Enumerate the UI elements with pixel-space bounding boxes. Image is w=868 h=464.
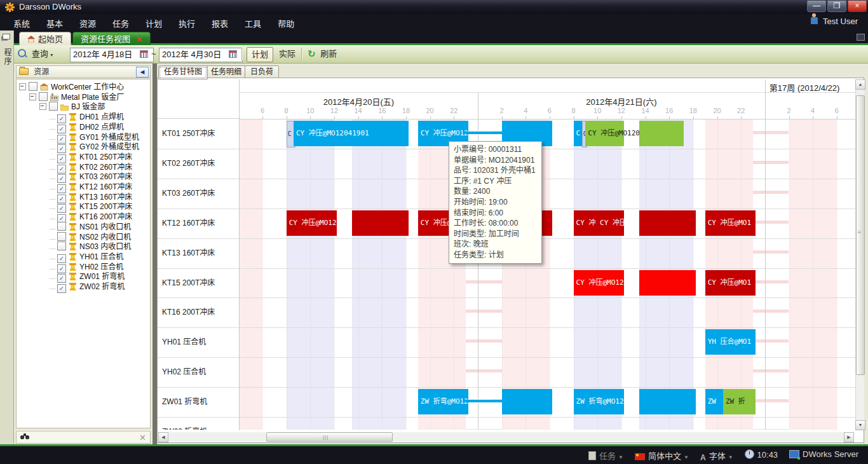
tree-item-KT12[interactable]: ✓KT12 160T冲床: [50, 182, 132, 192]
chevron-down-icon[interactable]: ▼: [618, 454, 623, 460]
status-label: 字体: [709, 451, 726, 461]
tree-item-NS03[interactable]: NS03 内收口机: [50, 242, 131, 252]
menu-item-0[interactable]: 系统: [5, 14, 38, 32]
tree-expander-icon[interactable]: [29, 93, 36, 100]
task-bar[interactable]: CY 冲 CY 冲压@MO12041904: [574, 210, 624, 236]
tree-item-NS01[interactable]: NS01 内收口机: [50, 222, 131, 232]
program-panel-tab[interactable]: 程序: [2, 48, 13, 66]
menu-bar: 系统基本资源任务计划执行报表工具帮助: [0, 14, 868, 31]
scroll-down-icon[interactable]: ▼: [855, 420, 865, 430]
tree-item-NS02[interactable]: NS02 内收口机: [50, 232, 131, 242]
task-bar[interactable]: [639, 389, 696, 414]
tree-item-KT01[interactable]: ✓KT01 250T冲床: [50, 152, 132, 162]
tree-item-KT16[interactable]: ✓KT16 200T冲床: [50, 212, 132, 222]
tree-item-KT03[interactable]: ✓KT03 260T冲床: [50, 172, 132, 182]
tab-resource-task-view[interactable]: 资源任务视图✕: [72, 32, 151, 46]
tree-checkbox[interactable]: [49, 102, 58, 111]
date-from-picker[interactable]: 2012年 4月18日 ▾: [70, 48, 154, 62]
tree-checkbox[interactable]: [57, 232, 66, 241]
tab-task-detail[interactable]: 任务明细: [205, 65, 247, 79]
actual-toggle-button[interactable]: 实际: [275, 47, 300, 61]
clear-filter-icon[interactable]: ✕: [139, 433, 146, 442]
panel-layout-icon[interactable]: [857, 34, 865, 41]
status-item-2[interactable]: A字体▼: [700, 449, 733, 462]
status-item-0[interactable]: 任务▼: [588, 449, 623, 461]
tree-item-GY02[interactable]: ✓GY02 外桶成型机: [50, 142, 139, 152]
tree-item-Metal[interactable]: Metal Plate 钣金厂: [29, 92, 124, 102]
tree-checkbox[interactable]: ✓: [57, 284, 66, 293]
tree-item-ZW01[interactable]: ✓ZW01 折弯机: [50, 271, 125, 282]
horizontal-scrollbar[interactable]: ◀ ▶ |||: [158, 432, 854, 442]
refresh-button[interactable]: ↻ 刷新: [308, 47, 337, 61]
task-bar[interactable]: [502, 389, 552, 414]
vertical-scroll-thumb[interactable]: ≡: [856, 95, 865, 375]
chevron-down-icon[interactable]: ▼: [728, 454, 733, 460]
task-bar[interactable]: CY 冲压@MO1: [705, 270, 756, 296]
tab-daily-load[interactable]: 日负荷: [245, 65, 279, 79]
task-bar[interactable]: [639, 210, 696, 236]
chevron-down-icon[interactable]: ▼: [684, 454, 689, 460]
thumb-grip: |||: [323, 434, 329, 440]
task-bar[interactable]: YH 压合@MO1: [705, 329, 756, 355]
menu-item-2[interactable]: 资源: [71, 14, 104, 32]
menu-item-4[interactable]: 计划: [137, 14, 170, 32]
task-bar[interactable]: [639, 121, 684, 146]
task-bar[interactable]: CY 冲压@MO1: [705, 210, 756, 236]
task-bar[interactable]: ZW 折: [723, 389, 756, 414]
scroll-right-icon[interactable]: ▶: [844, 432, 854, 442]
menu-item-3[interactable]: 任务: [104, 14, 137, 32]
tree-item-YH01[interactable]: ✓YH01 压合机: [50, 252, 123, 262]
tree-item-KT02[interactable]: ✓KT02 260T冲床: [50, 162, 132, 172]
vertical-scrollbar[interactable]: ▲ ▼ ≡: [855, 79, 864, 430]
task-bar[interactable]: ZW 折弯@MO12041901: [418, 389, 468, 414]
query-dropdown-icon[interactable]: ▾: [50, 52, 53, 58]
hour-tick-label: 18: [398, 107, 414, 114]
tree-item-WorkCenter[interactable]: WorkCenter 工作中心: [19, 82, 124, 92]
find-icon[interactable]: [20, 433, 29, 440]
tree-item-BJ[interactable]: BJ 钣金部: [39, 102, 105, 112]
scroll-left-icon[interactable]: ◀: [158, 432, 168, 442]
tree-item-GY01[interactable]: ✓GY01 外桶成型机: [50, 132, 139, 142]
panel-splitter[interactable]: [153, 64, 157, 445]
tab-gantt-chart[interactable]: 任务甘特图: [158, 65, 208, 79]
task-bar[interactable]: CY 冲压@MO12041903: [574, 270, 624, 296]
menu-item-1[interactable]: 基本: [38, 14, 71, 32]
close-button[interactable]: ×: [848, 1, 867, 12]
task-bar[interactable]: ZW 折弯@MO12041901: [574, 389, 624, 414]
menu-item-5[interactable]: 执行: [170, 14, 203, 32]
plan-toggle-button[interactable]: 计划: [247, 47, 273, 62]
date-to-picker[interactable]: 2012年 4月30日 ▾: [159, 48, 243, 62]
menu-item-7[interactable]: 工具: [236, 14, 269, 32]
tree-item-DH02[interactable]: ✓DH02 点焊机: [50, 122, 124, 132]
query-button[interactable]: 查询 ▾: [18, 47, 53, 61]
task-bar[interactable]: CY 冲压@MO12041904: [287, 210, 337, 236]
restore-button[interactable]: ❐: [827, 1, 846, 12]
task-bar[interactable]: [639, 270, 696, 296]
tree-checkbox[interactable]: [57, 242, 66, 250]
menu-item-8[interactable]: 帮助: [269, 14, 302, 32]
task-bar[interactable]: CY 冲压@MO12041902: [585, 121, 623, 146]
status-item-1[interactable]: 简体中文▼: [635, 449, 689, 461]
task-bar[interactable]: CY 冲压@MO12041901: [294, 121, 409, 146]
tree-item-ZW02[interactable]: ✓ZW02 折弯机: [50, 282, 125, 292]
menu-item-6[interactable]: 报表: [203, 14, 236, 32]
tree-item-KT13[interactable]: ✓KT13 160T冲床: [50, 192, 132, 202]
tree-connector: [50, 186, 55, 189]
collapse-panel-button[interactable]: ◀: [136, 67, 149, 78]
night-link-band: [753, 399, 789, 402]
tree-expander-icon[interactable]: [39, 103, 46, 110]
tree-checkbox[interactable]: [29, 82, 37, 91]
tab-home[interactable]: 起始页: [19, 32, 71, 46]
user-box[interactable]: Test User: [811, 17, 858, 26]
tree-item-YH02[interactable]: ✓YH02 压合机: [50, 262, 123, 272]
tree-item-DH01[interactable]: ✓DH01 点焊机: [50, 112, 124, 122]
tree-expander-icon[interactable]: [19, 83, 26, 90]
tree-item-KT15[interactable]: ✓KT15 200T冲床: [50, 201, 132, 212]
task-bar[interactable]: [352, 210, 409, 236]
scroll-up-icon[interactable]: ▲: [855, 79, 865, 90]
horizontal-scroll-thumb[interactable]: |||: [266, 432, 393, 442]
tree-checkbox[interactable]: [39, 92, 48, 101]
tab-close-icon[interactable]: ✕: [136, 35, 142, 44]
tree-checkbox[interactable]: [57, 222, 66, 231]
minimize-button[interactable]: —: [807, 1, 826, 12]
